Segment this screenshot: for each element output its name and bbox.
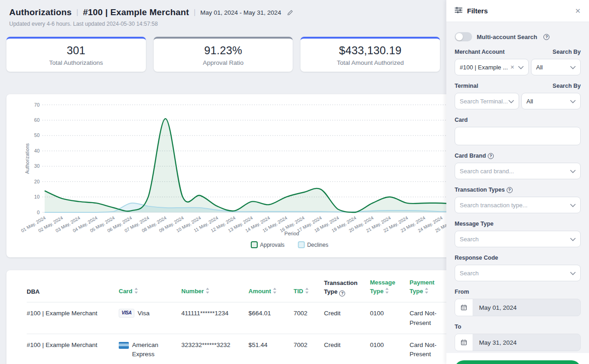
cell-number: 411111******1234 (181, 302, 248, 334)
merchant-account-label: Merchant Account (455, 49, 505, 55)
transaction-types-placeholder: Search transaction type... (460, 202, 570, 209)
merchant-account-value: #100 | Example ... (460, 64, 508, 71)
from-label: From (455, 289, 469, 295)
stat-card-approval-ratio: 91.23% Approval Ratio (154, 37, 293, 72)
column-header-payment-type[interactable]: Payment Type (410, 270, 447, 302)
svg-text:30: 30 (34, 163, 40, 169)
cell-dba: #100 | Example Merchant (27, 302, 119, 334)
chevron-down-icon (570, 236, 576, 243)
svg-text:0: 0 (37, 210, 40, 215)
sort-icon (425, 288, 428, 296)
multi-account-toggle-row: Multi-account Search ? (455, 32, 581, 41)
apply-button[interactable] (455, 360, 581, 364)
chevron-down-icon (508, 98, 514, 105)
stat-label: Total Amount Authorized (337, 59, 404, 66)
column-header-card[interactable]: Card (119, 270, 181, 302)
help-icon[interactable]: ? (339, 290, 345, 296)
svg-text:40: 40 (34, 148, 40, 154)
to-date-field[interactable]: May 31, 2024 (455, 334, 581, 351)
clear-icon[interactable]: ✕ (510, 64, 514, 70)
multi-account-label: Multi-account Search (477, 34, 537, 40)
card-label: Card (455, 117, 468, 123)
cell-amount: $51.44 (248, 334, 294, 364)
help-icon[interactable]: ? (488, 153, 494, 159)
legend-declines[interactable]: Declines (298, 242, 328, 248)
search-by-label: Search By (553, 83, 581, 89)
help-icon[interactable]: ? (507, 187, 513, 193)
approvals-line (45, 119, 459, 212)
cell-dba: #100 | Example Merchant (27, 334, 119, 364)
chevron-down-icon (570, 168, 576, 175)
multi-account-toggle[interactable] (455, 32, 472, 41)
card-input[interactable] (455, 127, 581, 145)
card-brand-placeholder: Search card brand... (460, 168, 570, 175)
column-header-transaction-type: Transaction Type? (324, 270, 370, 302)
card-brand-select[interactable]: Search card brand... (455, 163, 581, 179)
edit-date-icon[interactable] (287, 9, 294, 16)
y-axis-title: Authorizations (24, 143, 30, 174)
chevron-down-icon (570, 270, 576, 277)
stat-label: Approval Ratio (203, 59, 244, 66)
response-code-placeholder: Search (460, 270, 570, 277)
search-by-value: All (526, 98, 570, 105)
terminal-label: Terminal (455, 83, 478, 89)
stat-value: $433,130.19 (339, 44, 402, 57)
legend-approvals[interactable]: Approvals (251, 242, 284, 248)
close-icon[interactable]: ✕ (575, 7, 581, 15)
cell-number: 323232******3232 (181, 334, 248, 364)
response-code-select[interactable]: Search (455, 265, 581, 281)
title-separator: | (194, 8, 196, 17)
sort-icon (273, 288, 277, 296)
cell-card: VISAVisa (119, 302, 181, 334)
message-type-select[interactable]: Search (455, 231, 581, 247)
terminal-placeholder: Search Terminal... (460, 98, 508, 105)
x-axis-title: Period (284, 231, 299, 236)
amex-badge (119, 342, 129, 349)
column-header-amount[interactable]: Amount (248, 270, 294, 302)
to-label: To (455, 324, 461, 330)
page-title: Authorizations (9, 7, 72, 17)
merchant-search-by-select[interactable]: All (531, 59, 581, 75)
sort-icon (385, 288, 389, 296)
column-header-dba: DBA (27, 270, 119, 302)
chevron-down-icon (570, 98, 576, 105)
date-range: May 01, 2024 - May 31, 2024 (200, 9, 281, 16)
stat-label: Total Authorizations (49, 59, 103, 66)
chevron-down-icon (518, 64, 524, 71)
cell-card: American Express (119, 334, 181, 364)
y-axis-labels: 010203040506070Authorizations (24, 102, 40, 215)
sort-icon (134, 288, 138, 296)
help-icon[interactable]: ? (543, 34, 549, 40)
chart-legend: ApprovalsDeclines (251, 242, 328, 248)
cell-message-type: 0100 (370, 302, 410, 334)
message-type-label: Message Type (455, 221, 494, 227)
x-axis-labels: 01 May, 202402 May, 202403 May, 202404 M… (20, 215, 461, 233)
merchant-account-select[interactable]: #100 | Example ... ✕ (455, 59, 529, 75)
message-type-placeholder: Search (460, 236, 570, 243)
terminal-search-by-select[interactable]: All (521, 93, 581, 109)
chevron-down-icon (570, 202, 576, 209)
cell-amount: $664.01 (248, 302, 294, 334)
column-header-tid[interactable]: TID (294, 270, 324, 302)
response-code-label: Response Code (455, 255, 498, 261)
cell-transaction-type: Credit (324, 302, 370, 334)
svg-text:10: 10 (34, 194, 40, 199)
svg-text:70: 70 (34, 102, 40, 108)
stat-cards: 301 Total Authorizations 91.23% Approval… (6, 37, 440, 72)
title-row: Authorizations | #100 | Example Merchant… (9, 7, 437, 17)
cell-tid: 7002 (294, 334, 324, 364)
terminal-select[interactable]: Search Terminal... (455, 93, 519, 109)
calendar-icon (455, 334, 473, 351)
column-header-message-type[interactable]: Message Type (370, 270, 410, 302)
cell-payment-type: Card Not-Present (410, 334, 447, 364)
column-header-number[interactable]: Number (181, 270, 248, 302)
merchant-name: #100 | Example Merchant (83, 7, 189, 17)
cell-payment-type: Card Not-Present (410, 302, 447, 334)
visa-badge: VISA (119, 309, 134, 318)
filters-panel: Filters ✕ Multi-account Search ? Merchan… (446, 0, 589, 364)
from-date-value: May 01, 2024 (473, 299, 517, 316)
stat-card-total-authorizations: 301 Total Authorizations (6, 37, 146, 72)
svg-text:50: 50 (34, 132, 40, 138)
transaction-types-select[interactable]: Search transaction type... (455, 197, 581, 213)
from-date-field[interactable]: May 01, 2024 (455, 299, 581, 316)
